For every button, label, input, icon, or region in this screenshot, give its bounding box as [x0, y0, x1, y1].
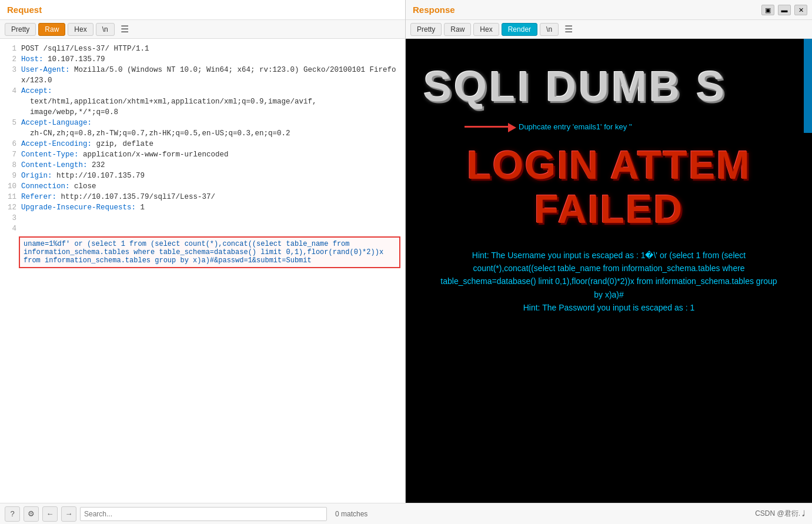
question-icon: ?: [10, 509, 14, 518]
bottom-bar: ? ⚙ ← → 0 matches CSDN @君衍.♩: [0, 503, 812, 524]
back-icon: ←: [46, 509, 54, 518]
window-max-btn[interactable]: ✕: [794, 5, 807, 15]
request-toolbar: Pretty Raw Hex \n ☰: [0, 20, 405, 39]
forward-btn[interactable]: →: [61, 506, 76, 522]
back-btn[interactable]: ←: [42, 506, 58, 522]
scroll-bar[interactable]: [804, 39, 812, 133]
code-line-13: 3: [2, 213, 403, 223]
duplicate-entry-text: Duphcate entry 'emails1' for key '': [519, 122, 632, 131]
code-line-5b: zh-CN,zh;q=0.8,zh-TW;q=0.7,zh-HK;q=0.5,e…: [2, 128, 403, 139]
newline-btn[interactable]: \n: [96, 23, 115, 36]
code-line-4b: text/html,application/xhtml+xml,applicat…: [2, 96, 403, 107]
resp-pretty-btn[interactable]: Pretty: [410, 23, 442, 36]
request-panel: Request Pretty Raw Hex \n ☰ 1 POST /sqli…: [0, 0, 406, 503]
forward-icon: →: [65, 509, 73, 518]
hint-text: Hint: The Username you input is escaped …: [439, 249, 780, 315]
response-panel: Response Pretty Raw Hex Render \n ☰ SQLI…: [406, 0, 812, 503]
response-body[interactable]: SQLI DUMB S Duphcate entry 'emails1' for…: [406, 39, 812, 503]
code-line-11: 11 Referer: http://10.107.135.79/sqli7/L…: [2, 192, 403, 202]
toolbar-menu-icon[interactable]: ☰: [117, 22, 132, 36]
code-line-12: 12 Upgrade-Insecure-Requests: 1: [2, 202, 403, 213]
response-toolbar: Pretty Raw Hex Render \n ☰: [406, 20, 812, 39]
login-failed-line2: FAILED: [467, 187, 751, 231]
arrow-icon: [465, 126, 512, 128]
resp-raw-btn[interactable]: Raw: [444, 23, 471, 36]
login-failed-line1: LOGIN ATTEM: [467, 143, 751, 187]
help-btn[interactable]: ?: [5, 506, 20, 522]
window-min-btn[interactable]: ▬: [778, 5, 791, 15]
settings-btn[interactable]: ⚙: [24, 506, 39, 522]
code-line-5: 5 Accept-Language:: [2, 118, 403, 128]
resp-hex-btn[interactable]: Hex: [473, 23, 499, 36]
matches-count: 0 matches: [335, 510, 367, 518]
gear-icon: ⚙: [28, 509, 35, 518]
highlighted-payload: uname=1%df' or (select 1 from (select co…: [19, 236, 400, 268]
code-line-3: 3 User-Agent: Mozilla/5.0 (Windows NT 10…: [2, 65, 403, 86]
request-header: Request: [0, 0, 405, 20]
request-code-area[interactable]: 1 POST /sqli7/Less-37/ HTTP/1.1 2 Host: …: [0, 39, 405, 503]
code-line-1: 1 POST /sqli7/Less-37/ HTTP/1.1: [2, 44, 403, 54]
sqli-dumb-title: SQLI DUMB S: [423, 62, 727, 111]
code-line-4c: image/webp,*/*;q=0.8: [2, 107, 403, 118]
code-line-10: 10 Connection: close: [2, 181, 403, 192]
resp-newline-btn[interactable]: \n: [540, 23, 559, 36]
hex-btn[interactable]: Hex: [68, 23, 93, 36]
code-line-6: 6 Accept-Encoding: gzip, deflate: [2, 139, 403, 149]
csdn-credit: CSDN @君衍.♩: [755, 509, 807, 519]
response-header: Response: [406, 0, 812, 20]
window-tile-btn[interactable]: ▣: [761, 5, 774, 15]
raw-btn[interactable]: Raw: [38, 23, 65, 36]
code-line-9: 9 Origin: http://10.107.135.79: [2, 171, 403, 181]
response-title: Response: [413, 5, 455, 15]
code-line-4: 4 Accept:: [2, 86, 403, 96]
window-controls: ▣ ▬ ✕: [761, 5, 807, 15]
pretty-btn[interactable]: Pretty: [5, 23, 36, 36]
duplicate-entry-area: Duphcate entry 'emails1' for key '': [465, 122, 632, 131]
login-failed-title: LOGIN ATTEM FAILED: [467, 143, 751, 231]
request-title: Request: [7, 5, 42, 15]
code-line-2: 2 Host: 10.107.135.79: [2, 54, 403, 65]
search-input[interactable]: [80, 507, 327, 521]
main-area: Request Pretty Raw Hex \n ☰ 1 POST /sqli…: [0, 0, 812, 503]
resp-toolbar-menu-icon[interactable]: ☰: [561, 22, 576, 36]
code-line-14-label: 4: [2, 223, 403, 234]
code-line-8: 8 Content-Length: 232: [2, 160, 403, 171]
resp-render-btn[interactable]: Render: [502, 23, 537, 36]
code-line-7: 7 Content-Type: application/x-www-form-u…: [2, 149, 403, 160]
